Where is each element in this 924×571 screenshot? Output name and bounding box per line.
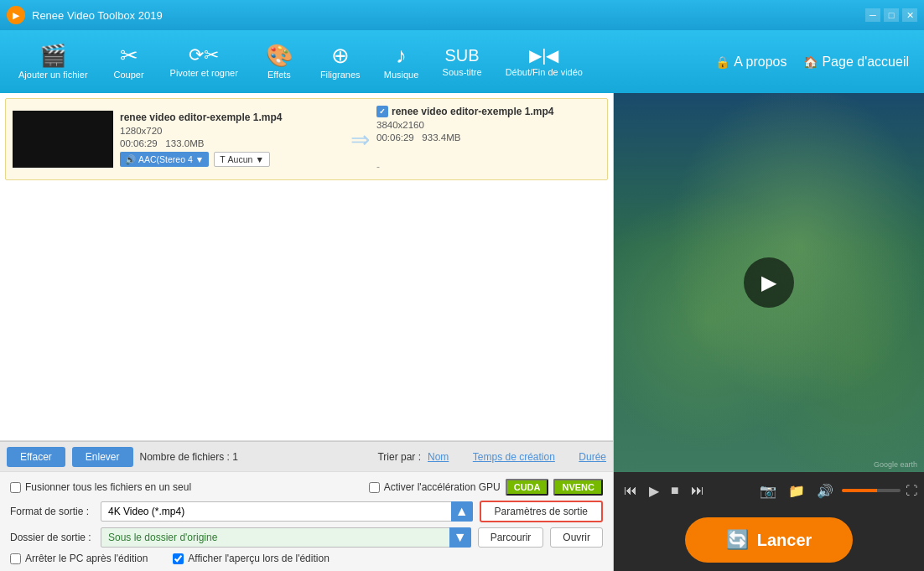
toolbar-subtitle[interactable]: SUB Sous-titre [431, 30, 494, 93]
parcourir-button[interactable]: Parcourir [478, 527, 544, 548]
output-select[interactable]: Sous le dossier d'origine [101, 527, 471, 548]
sort-creation[interactable]: Temps de création [473, 451, 555, 463]
input-duration-size: 00:06:29 133.0MB [120, 138, 344, 148]
gpu-wrap: Activer l'accélération GPU CUDA NVENC [369, 479, 603, 496]
add-file-label: Ajouter un fichier [18, 70, 88, 80]
output-label: Dossier de sortie : [10, 532, 94, 543]
arret-checkbox-wrap[interactable]: Arrêter le PC après l'édition [10, 553, 148, 564]
app-logo: ▶ [7, 6, 25, 24]
format-label: Format de sortie : [10, 506, 94, 517]
add-file-icon: 🎬 [39, 44, 66, 66]
file-item: renee video editor-exemple 1.mp4 1280x72… [5, 98, 608, 180]
page-accueil-label: Page d'accueil [822, 55, 909, 70]
merge-label: Fusionner tous les fichiers en un seul [25, 481, 191, 493]
toolbar-music[interactable]: ♪ Musique [372, 30, 431, 93]
gpu-checkbox-wrap[interactable]: Activer l'accélération GPU [369, 481, 501, 493]
main-area: renee video editor-exemple 1.mp4 1280x72… [0, 93, 924, 571]
arret-checkbox[interactable] [10, 553, 21, 564]
subtitle-icon: SUB [445, 47, 480, 64]
file-list-area: renee video editor-exemple 1.mp4 1280x72… [0, 93, 613, 441]
music-label: Musique [384, 70, 419, 80]
input-size: 133.0MB [165, 138, 204, 148]
toolbar-effects[interactable]: 🎨 Effets [250, 30, 309, 93]
effacer-button[interactable]: Effacer [7, 447, 65, 467]
gpu-checkbox[interactable] [369, 482, 380, 493]
rotate-icon: ⟳✂ [189, 46, 219, 65]
screenshot-button[interactable]: 📷 [756, 481, 780, 501]
output-size: 933.4MB [422, 132, 460, 143]
toolbar-cut[interactable]: ✂ Couper [100, 30, 158, 93]
home-icon: 🏠 [803, 55, 818, 69]
startend-label: Début/Fin de vidéo [506, 67, 583, 77]
apercu-checkbox-wrap[interactable]: Afficher l'aperçu lors de l'édition [173, 553, 329, 564]
folder-button[interactable]: 📁 [785, 481, 808, 501]
toolbar-startend[interactable]: ▶|◀ Début/Fin de vidéo [494, 30, 594, 93]
subtitle-label: Sous-titre [443, 67, 482, 77]
toolbar-add-file[interactable]: 🎬 Ajouter un fichier [7, 30, 100, 93]
audio-button[interactable]: 🔊 AAC(Stereo 4 ▼ [120, 152, 209, 167]
fullscreen-button[interactable]: ⛶ [906, 484, 917, 497]
minimize-button[interactable]: ─ [865, 8, 880, 22]
skip-back-button[interactable]: ⏮ [620, 481, 641, 500]
play-overlay-button[interactable]: ▶ [744, 257, 794, 308]
volume-button[interactable]: 🔊 [813, 481, 837, 501]
title-bar: ▶ Renee Video Toolbox 2019 ─ □ ✕ [0, 0, 924, 30]
sort-duree[interactable]: Durée [579, 451, 606, 463]
watermark-label: Filigranes [320, 70, 361, 80]
enlever-button[interactable]: Enlever [72, 447, 133, 467]
file-controls: 🔊 AAC(Stereo 4 ▼ T Aucun ▼ [120, 152, 344, 167]
video-map: ▶ Google earth [614, 93, 924, 472]
format-select-wrap: 4K Video (*.mp4) ▲ [101, 501, 473, 522]
cuda-button[interactable]: CUDA [506, 479, 549, 496]
effects-label: Effets [267, 70, 291, 80]
merge-checkbox[interactable] [10, 482, 21, 493]
close-button[interactable]: ✕ [902, 8, 917, 22]
format-row: Format de sortie : 4K Video (*.mp4) ▲ Pa… [10, 501, 603, 522]
apropos-button[interactable]: 🔒 A propos [707, 49, 795, 75]
apercu-label: Afficher l'aperçu lors de l'édition [188, 553, 329, 564]
effects-icon: 🎨 [266, 44, 293, 66]
output-filename: ✓ renee video editor-exemple 1.mp4 [376, 106, 600, 117]
format-select[interactable]: 4K Video (*.mp4) [101, 501, 473, 522]
rotate-label: Pivoter et rogner [170, 68, 238, 78]
apropos-label: A propos [734, 55, 786, 70]
input-resolution: 1280x720 [120, 126, 344, 136]
lancer-button[interactable]: 🔄 Lancer [685, 517, 853, 563]
maximize-button[interactable]: □ [884, 8, 899, 22]
lancer-label: Lancer [757, 531, 812, 550]
music-icon: ♪ [396, 44, 407, 66]
file-count: Nombre de fichiers : 1 [140, 451, 238, 463]
watermark-icon: ⊕ [331, 44, 350, 66]
file-thumbnail [13, 111, 113, 168]
toolbar: 🎬 Ajouter un fichier ✂ Couper ⟳✂ Pivoter… [0, 30, 924, 93]
output-dash: - [376, 161, 600, 173]
volume-slider[interactable] [842, 489, 901, 492]
right-panel: ▶ Google earth ⏮ ▶ ■ ⏭ 📷 📁 🔊 ⛶ 🔄 Lancer [614, 93, 924, 571]
gpu-label: Activer l'accélération GPU [384, 481, 501, 493]
merge-checkbox-wrap[interactable]: Fusionner tous les fichiers en un seul [10, 481, 191, 493]
apercu-checkbox[interactable] [173, 553, 184, 564]
ouvrir-button[interactable]: Ouvrir [550, 527, 603, 548]
lancer-wrap: 🔄 Lancer [614, 509, 924, 571]
params-button[interactable]: Paramètres de sortie [480, 501, 603, 522]
skip-forward-button[interactable]: ⏭ [688, 481, 708, 500]
output-duration: 00:06:29 [376, 132, 414, 143]
stop-button[interactable]: ■ [667, 481, 683, 500]
sort-nom[interactable]: Nom [428, 451, 449, 463]
toolbar-rotate[interactable]: ⟳✂ Pivoter et rogner [158, 30, 250, 93]
subtitle-select-button[interactable]: T Aucun ▼ [214, 152, 270, 167]
toolbar-watermark[interactable]: ⊕ Filigranes [309, 30, 372, 93]
last-row: Arrêter le PC après l'édition Afficher l… [10, 553, 603, 564]
lancer-icon: 🔄 [726, 529, 749, 551]
output-select-wrap: Sous le dossier d'origine ▼ [101, 527, 471, 548]
bottom-bar: Effacer Enlever Nombre de fichiers : 1 T… [0, 441, 613, 471]
file-output-info: ✓ renee video editor-exemple 1.mp4 3840x… [376, 106, 600, 173]
page-accueil-button[interactable]: 🏠 Page d'accueil [795, 49, 917, 75]
toolbar-right: 🔒 A propos 🏠 Page d'accueil [707, 30, 917, 93]
nvenc-button[interactable]: NVENC [553, 479, 603, 496]
play-button[interactable]: ▶ [646, 481, 662, 501]
output-resolution: 3840x2160 [376, 120, 600, 130]
output-duration-size: 00:06:29 933.4MB [376, 132, 600, 143]
app-title: Renee Video Toolbox 2019 [32, 9, 865, 22]
settings-row-1: Fusionner tous les fichiers en un seul A… [10, 479, 603, 496]
